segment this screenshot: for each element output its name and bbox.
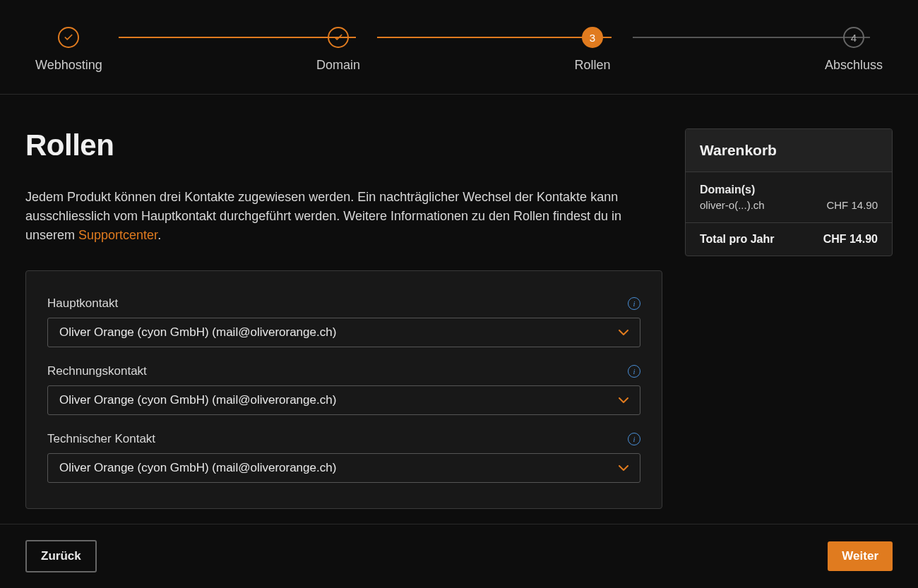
cart-title: Warenkorb (700, 142, 878, 159)
cart: Warenkorb Domain(s) oliver-o(...).ch CHF… (685, 128, 893, 256)
cart-domain-name: oliver-o(...).ch (700, 199, 765, 211)
supportcenter-link[interactable]: Supportcenter (78, 228, 157, 242)
cart-total-value: CHF 14.90 (823, 233, 878, 246)
step-circle-done (328, 27, 349, 48)
cart-body: Domain(s) oliver-o(...).ch CHF 14.90 (686, 172, 892, 223)
cart-total-label: Total pro Jahr (700, 233, 775, 246)
back-button[interactable]: Zurück (25, 540, 97, 572)
select-value: Oliver Orange (cyon GmbH) (mail@oliveror… (59, 461, 336, 475)
field-hauptkontakt: Hauptkontakt i Oliver Orange (cyon GmbH)… (47, 296, 640, 347)
step-circle-done (58, 27, 79, 48)
step-webhosting[interactable]: Webhosting (35, 27, 102, 73)
chevron-down-icon (619, 462, 628, 474)
cart-header: Warenkorb (686, 129, 892, 172)
field-rechnungskontakt: Rechnungskontakt i Oliver Orange (cyon G… (47, 364, 640, 415)
check-icon (64, 32, 73, 42)
chevron-down-icon (619, 395, 628, 406)
page-title: Rollen (25, 128, 662, 162)
intro-text: Jedem Produkt können drei Kontakte zugew… (25, 188, 661, 245)
info-icon[interactable]: i (628, 433, 640, 445)
cart-line: oliver-o(...).ch CHF 14.90 (700, 199, 878, 211)
side-column: Warenkorb Domain(s) oliver-o(...).ch CHF… (685, 128, 893, 524)
select-value: Oliver Orange (cyon GmbH) (mail@oliveror… (59, 393, 336, 407)
rechnungskontakt-select[interactable]: Oliver Orange (cyon GmbH) (mail@oliveror… (47, 385, 640, 415)
footer: Zurück Weiter (0, 524, 918, 588)
field-label: Rechnungskontakt (47, 364, 147, 378)
stepper: Webhosting Domain 3 Rollen 4 Abschluss (35, 27, 883, 73)
step-label: Abschluss (825, 58, 883, 73)
select-value: Oliver Orange (cyon GmbH) (mail@oliveror… (59, 325, 336, 340)
step-label: Domain (316, 58, 360, 73)
field-label: Technischer Kontakt (47, 432, 155, 446)
step-rollen[interactable]: 3 Rollen (575, 27, 611, 73)
intro-post: . (157, 228, 161, 242)
cart-total: Total pro Jahr CHF 14.90 (686, 223, 892, 256)
step-abschluss[interactable]: 4 Abschluss (825, 27, 883, 73)
step-domain[interactable]: Domain (316, 27, 360, 73)
field-label: Hauptkontakt (47, 296, 118, 311)
check-icon (333, 32, 343, 42)
step-label: Rollen (575, 58, 611, 73)
chevron-down-icon (619, 327, 628, 338)
main-column: Rollen Jedem Produkt können drei Kontakt… (25, 128, 662, 524)
field-label-row: Rechnungskontakt i (47, 364, 640, 378)
cart-domains-heading: Domain(s) (700, 184, 878, 196)
hauptkontakt-select[interactable]: Oliver Orange (cyon GmbH) (mail@oliveror… (47, 318, 640, 347)
stepper-section: Webhosting Domain 3 Rollen 4 Abschluss (0, 0, 918, 95)
field-label-row: Technischer Kontakt i (47, 432, 640, 446)
field-label-row: Hauptkontakt i (47, 296, 640, 311)
info-icon[interactable]: i (628, 297, 640, 310)
info-icon[interactable]: i (628, 365, 640, 378)
step-circle-pending: 4 (843, 27, 864, 48)
next-button[interactable]: Weiter (828, 541, 893, 571)
technischer-kontakt-select[interactable]: Oliver Orange (cyon GmbH) (mail@oliveror… (47, 453, 640, 483)
step-label: Webhosting (35, 58, 102, 73)
roles-form-card: Hauptkontakt i Oliver Orange (cyon GmbH)… (25, 270, 662, 509)
field-technischer-kontakt: Technischer Kontakt i Oliver Orange (cyo… (47, 432, 640, 483)
step-circle-active: 3 (582, 27, 603, 48)
content: Rollen Jedem Produkt können drei Kontakt… (0, 95, 918, 524)
cart-domain-price: CHF 14.90 (826, 199, 878, 211)
